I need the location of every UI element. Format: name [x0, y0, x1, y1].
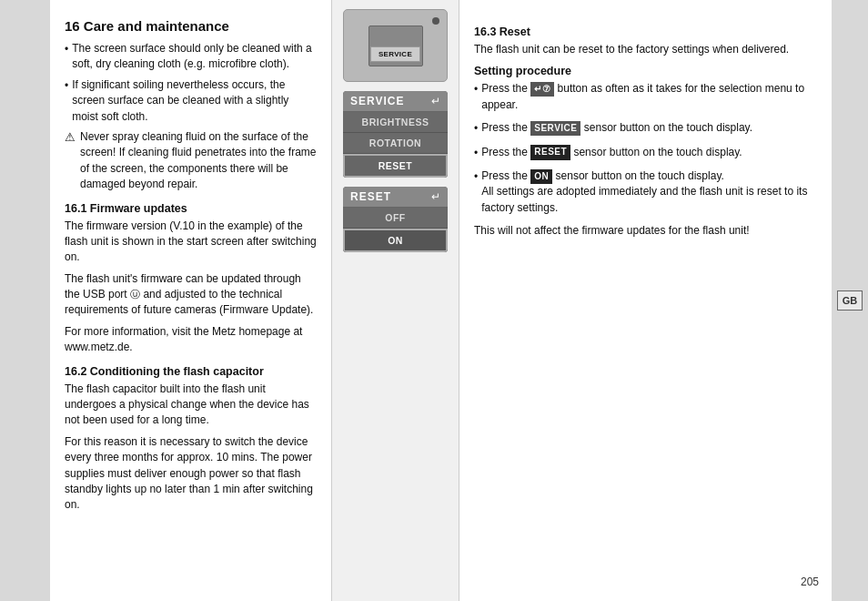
reset-button-inline: RESET — [530, 145, 570, 160]
right-bullet-4: • Press the ON sensor button on the touc… — [474, 168, 817, 216]
gb-badge: GB — [837, 290, 863, 311]
right-column: 16.3 Reset The flash unit can be reset t… — [459, 0, 832, 601]
back-arrow-1: ↵ — [431, 95, 440, 107]
page-number: 205 — [801, 576, 819, 588]
bullet-item-1: • The screen surface should only be clea… — [65, 41, 317, 73]
menu-button-inline: ↵⑦ — [530, 82, 554, 97]
reset-header-text: RESET — [350, 190, 391, 203]
bullet-item-2: • If significant soiling nevertheless oc… — [65, 77, 317, 125]
right-bullet-text-2: Press the SERVICE sensor button on the t… — [481, 120, 752, 137]
reset-on-item: ON — [343, 229, 448, 252]
reset-off-item: OFF — [343, 208, 448, 229]
device-indicator — [432, 17, 439, 25]
chapter-title: 16 Care and maintenance — [65, 18, 317, 34]
service-menu-header: SERVICE ↵ — [343, 91, 448, 112]
service-button-display: SERVICE — [370, 46, 420, 62]
warning-text: Never spray cleaning fluid on the surfac… — [80, 129, 317, 193]
right-bullet-text-4: Press the ON sensor button on the touch … — [481, 168, 817, 216]
reset-screen: RESET ↵ OFF ON — [343, 187, 448, 252]
service-menu-screen: SERVICE ↵ BRIGHTNESS ROTATION RESET — [343, 91, 448, 178]
right-bullet-1: • Press the ↵⑦ button as often as it tak… — [474, 81, 817, 113]
section-163-p1: The flash unit can be reset to the facto… — [474, 42, 817, 57]
right-bullet-3: • Press the RESET sensor button on the t… — [474, 145, 817, 161]
brightness-menu-item: BRIGHTNESS — [343, 112, 448, 133]
on-button-inline: ON — [530, 169, 552, 185]
bullet-text-1: The screen surface should only be cleane… — [72, 41, 317, 73]
service-header-text: SERVICE — [350, 95, 404, 107]
section-162-title: 16.2 Conditioning the flash capacitor — [65, 365, 317, 378]
section-163-title: 16.3 Reset — [474, 25, 817, 38]
bullet-dot-2: • — [65, 78, 68, 125]
device-screen-area: SERVICE — [368, 25, 423, 66]
bullet-text-2: If significant soiling nevertheless occu… — [72, 77, 317, 125]
left-margin — [0, 0, 50, 601]
center-column: SERVICE SERVICE ↵ BRIGHTNESS ROTATION RE… — [332, 0, 459, 601]
section-161-title: 16.1 Firmware updates — [65, 202, 317, 215]
final-note: This will not affect the firmware update… — [474, 223, 817, 239]
right-bullet-dot-2: • — [474, 121, 478, 137]
section-161-p2: The flash unit's firmware can be updated… — [65, 271, 317, 319]
section-161-p3: For more information, visit the Metz hom… — [65, 324, 317, 356]
right-margin: GB — [832, 0, 868, 601]
service-button-inline: SERVICE — [530, 121, 580, 137]
section-162-p2: For this reason it is necessary to switc… — [65, 434, 317, 514]
bullet-dot-1: • — [65, 42, 68, 73]
rotation-menu-item: ROTATION — [343, 133, 448, 154]
right-bullet-text-1: Press the ↵⑦ button as often as it takes… — [481, 81, 817, 113]
left-column: 16 Care and maintenance • The screen sur… — [50, 0, 332, 601]
right-bullet-dot-3: • — [474, 146, 478, 161]
device-top-view: SERVICE — [343, 9, 448, 82]
section-161-p1: The firmware version (V.10 in the exampl… — [65, 219, 317, 266]
setting-procedure-title: Setting procedure — [474, 65, 817, 77]
usb-icon: ⓤ — [130, 288, 140, 302]
warning-item: ⚠ Never spray cleaning fluid on the surf… — [65, 129, 317, 193]
reset-menu-item: RESET — [343, 154, 448, 178]
warning-icon: ⚠ — [65, 129, 76, 193]
right-bullet-2: • Press the SERVICE sensor button on the… — [474, 120, 817, 137]
reset-screen-header: RESET ↵ — [343, 187, 448, 208]
back-arrow-2: ↵ — [431, 190, 440, 203]
section-162-p1: The flash capacitor built into the flash… — [65, 382, 317, 429]
right-bullet-dot-4: • — [474, 169, 478, 216]
right-bullet-dot-1: • — [474, 82, 478, 113]
right-bullet-text-3: Press the RESET sensor button on the tou… — [481, 145, 742, 161]
